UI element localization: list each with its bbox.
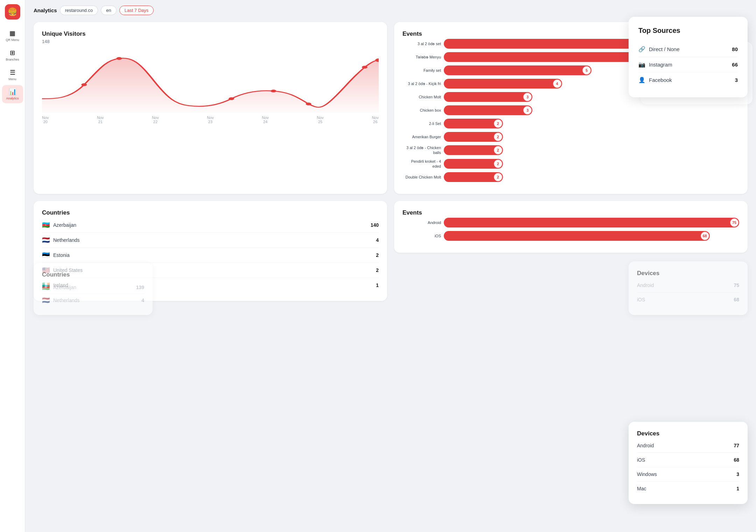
chart-dot [362, 66, 368, 69]
event-label: Pendirli kroket - 4 eded [402, 159, 441, 169]
source-row: 🔗 Direct / None 80 [638, 42, 738, 57]
device-count: 68 [734, 457, 739, 463]
source-row: 👤 Facebook 3 [638, 72, 738, 88]
filter-lang[interactable]: en [101, 6, 116, 15]
country-row: 🇪🇪 Estonia 2 [42, 248, 379, 263]
device-row: iOS 68 [637, 453, 739, 467]
chart-label-5: Nov25 [317, 115, 324, 124]
branches-icon: ⊞ [10, 49, 15, 57]
app-logo: 🍔 [5, 4, 20, 20]
event-label: Chicken box [402, 108, 441, 113]
menu-icon: ☰ [10, 69, 15, 76]
event-count: 5 [582, 66, 591, 75]
events-small-title: Events [402, 209, 739, 216]
country-row: 🇦🇿 Azerbaijan 140 [42, 218, 379, 233]
source-icon: 📷 [638, 61, 645, 68]
countries-overlay-card: Countries 🇦🇿 Azerbaijan 139 🇳🇱 Netherlan… [34, 263, 153, 315]
chart-label-6: Nov26 [372, 115, 379, 124]
chart-label-4: Nov24 [262, 115, 269, 124]
event-count: 4 [553, 79, 561, 88]
source-count: 3 [735, 77, 738, 83]
event-bar: 75 [444, 218, 739, 227]
event-row: Double Chicken Molt 2 [402, 172, 739, 182]
event-bar: 2 [444, 159, 503, 169]
event-row: 3 al 2 ödə - Chicken balls 2 [402, 145, 739, 155]
event-bar-row: Android 75 [402, 218, 739, 227]
chart-label-1: Nov21 [97, 115, 104, 124]
countries-title: Countries [42, 209, 379, 216]
country-count: 4 [376, 237, 379, 243]
device-overlay-row: Android 75 [637, 278, 739, 293]
event-bar: 3 [444, 92, 532, 102]
chart-label-0: Nov20 [42, 115, 49, 124]
country-name: Estonia [53, 252, 70, 258]
events-small-card: Events Android 75 iOS [394, 201, 748, 253]
event-count: 2 [494, 119, 502, 128]
analytics-icon: 📊 [9, 88, 16, 96]
country-row: 🇳🇱 Netherlands 4 [42, 233, 379, 248]
sidebar-item-analytics[interactable]: 📊 Analytics [2, 85, 23, 103]
sidebar-item-qr-menu[interactable]: ▦ QR Menu [2, 27, 23, 45]
sidebar: 🍔 ▦ QR Menu ⊞ Branches ☰ Menu 📊 Analytic… [0, 0, 25, 532]
filter-site[interactable]: restaround.co [60, 6, 98, 15]
event-bar: 3 [444, 105, 532, 115]
device-count: 3 [736, 471, 739, 477]
event-count: 2 [494, 160, 502, 168]
event-label: Amerikan Burger [402, 134, 441, 139]
source-count: 66 [732, 62, 738, 68]
header: Analytics restaround.co en Last 7 Days [34, 6, 748, 15]
sidebar-item-label: Analytics [6, 97, 19, 100]
event-bar: 5 [444, 65, 592, 75]
country-count: 2 [376, 267, 379, 273]
chart-dot [229, 97, 234, 100]
chart-svg [42, 50, 379, 113]
unique-visitors-count: 148 [42, 39, 379, 44]
chart-label-3: Nov23 [207, 115, 214, 124]
event-count: 3 [523, 93, 532, 101]
event-label: Family set [402, 68, 441, 73]
countries-overlay-title: Countries [42, 271, 144, 278]
device-name: Android [637, 443, 654, 448]
unique-visitors-card: Unique Visitors 148 [34, 22, 387, 194]
country-name: Azerbaijan [53, 222, 76, 228]
event-bar-wrap: 2 [444, 145, 739, 155]
chart-area [42, 58, 379, 113]
event-bar-wrap: 2 [444, 119, 739, 128]
device-count: 77 [734, 443, 739, 448]
events-small-list: Android 75 iOS 68 [402, 218, 739, 241]
source-icon: 👤 [638, 77, 645, 83]
chart-x-labels: Nov20 Nov21 Nov22 Nov23 Nov24 Nov25 Nov2… [42, 115, 379, 124]
countries-card: Countries 🇦🇿 Azerbaijan 140 🇳🇱 Netherlan… [34, 201, 387, 301]
sidebar-item-label: QR Menu [6, 38, 19, 42]
country-flag: 🇦🇿 [42, 221, 50, 229]
chart-label-2: Nov22 [152, 115, 159, 124]
sidebar-item-menu[interactable]: ☰ Menu [2, 66, 23, 84]
countries-overlay-row-2: 🇳🇱 Netherlands 4 [42, 294, 144, 307]
event-label: 3 al 2 ödə - Kiçik fri [402, 81, 441, 86]
event-label: Chicken Molt [402, 94, 441, 99]
event-bar-wrap: 2 [444, 132, 739, 142]
bottom-grid: Countries 🇦🇿 Azerbaijan 140 🇳🇱 Netherlan… [34, 201, 748, 301]
event-label: Tələbə Menyu [402, 55, 441, 59]
filter-period[interactable]: Last 7 Days [119, 6, 154, 15]
source-name: Instagram [649, 62, 672, 68]
sidebar-item-label: Branches [6, 58, 19, 62]
event-bar: 2 [444, 145, 503, 155]
chart-dot [306, 103, 312, 105]
device-name: Windows [637, 471, 657, 477]
event-count: 2 [494, 146, 502, 154]
device-name: iOS [637, 457, 645, 463]
device-name: Mac [637, 486, 646, 491]
country-count: 1 [376, 282, 379, 288]
event-label: 3 al 2 ödə set [402, 41, 441, 46]
sidebar-item-label: Menu [8, 77, 16, 81]
country-flag: 🇪🇪 [42, 251, 50, 259]
event-bar: 4 [444, 79, 562, 89]
sidebar-item-branches[interactable]: ⊞ Branches [2, 46, 23, 64]
chart-dot [116, 57, 122, 60]
source-icon: 🔗 [638, 46, 645, 52]
device-row: Android 77 [637, 439, 739, 453]
country-flag: 🇳🇱 [42, 236, 50, 244]
devices-list: Android 77 iOS 68 Windows 3 Mac 1 [637, 439, 739, 496]
event-count: 3 [523, 106, 532, 114]
